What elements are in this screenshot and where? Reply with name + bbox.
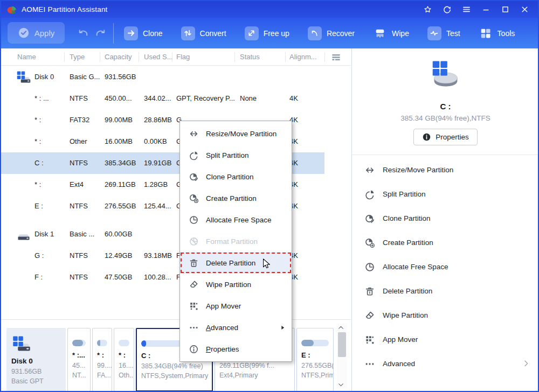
menu-item-delete-partition[interactable]: Delete Partition <box>180 252 292 274</box>
refresh-icon[interactable] <box>443 5 452 14</box>
toolbar-button-recover[interactable]: Recover <box>308 26 355 40</box>
hamburger-menu-icon[interactable] <box>462 5 471 14</box>
cell-capacity: 450.00... <box>105 94 132 102</box>
column-header-capacity[interactable]: Capacity <box>105 53 132 61</box>
menu-item-resize-move-partition[interactable]: Resize/Move Partition <box>180 123 292 144</box>
disk-card[interactable]: Disk 0931.56GBBasic GPT <box>6 328 66 391</box>
table-row-partition[interactable]: F :NTFS47.50GB100.28...F...4K <box>1 267 350 288</box>
card-size: 931.56GB <box>11 368 61 375</box>
resize-move-icon <box>364 165 375 176</box>
menu-item-wipe-partition[interactable]: Wipe Partition <box>180 274 292 295</box>
action-delete-partition[interactable]: Delete Partition <box>352 279 539 303</box>
toolbar-button-tools[interactable]: Tools <box>479 26 515 40</box>
minimize-icon[interactable] <box>481 5 490 14</box>
close-icon[interactable] <box>520 5 529 14</box>
cell-name: * : ... <box>34 94 49 102</box>
action-create-partition[interactable]: Create Partition <box>352 230 539 255</box>
toolbar-button-label: Tools <box>497 29 515 38</box>
favorite-star-icon[interactable] <box>423 5 432 14</box>
view-options-icon[interactable] <box>331 52 341 62</box>
free-up-icon <box>247 29 256 38</box>
usage-bar <box>119 340 129 346</box>
toolbar-button-clone[interactable]: Clone <box>124 26 163 40</box>
menu-item-create-partition[interactable]: Create Partition <box>180 187 292 209</box>
menu-item-allocate-free-space[interactable]: Allocate Free Space <box>180 209 292 230</box>
menu-item-app-mover[interactable]: App Mover <box>180 295 292 317</box>
cell-name: * : <box>34 116 41 124</box>
scrollbar-thumb[interactable] <box>338 332 346 357</box>
action-label: Wipe Partition <box>383 311 428 319</box>
column-header-status[interactable]: Status <box>240 53 260 61</box>
menu-item-advanced[interactable]: Advanced <box>180 317 292 338</box>
table-row-partition[interactable]: E :NTFS276.55GB125.44...G...4K <box>1 195 350 217</box>
menu-item-split-partition[interactable]: Split Partition <box>180 144 292 166</box>
disk-icon <box>16 227 31 242</box>
cell-type: FAT32 <box>70 116 89 124</box>
action-clone-partition[interactable]: Clone Partition <box>352 206 539 230</box>
partition-card[interactable]: * :16....Oth... <box>114 328 134 391</box>
properties-button[interactable]: Properties <box>413 129 478 145</box>
action-app-mover[interactable]: App Mover <box>352 327 539 352</box>
toolbar-button-convert[interactable]: Convert <box>181 26 226 40</box>
column-header-useds[interactable]: Used S... <box>144 53 172 61</box>
cell-capacity: 60.00GB <box>105 230 132 238</box>
table-row-partition[interactable]: G :NTFS12.49GB93.18MBF...4K <box>1 245 350 267</box>
table-row-partition[interactable]: * :Ext4269.11GB1.28GBG...4K <box>1 174 350 195</box>
partition-card[interactable]: E :276.55GB(99...NTFS,Primary <box>296 328 334 391</box>
split-partition-icon <box>364 189 375 200</box>
scroll-up-arrow-icon[interactable] <box>337 324 347 331</box>
app-mover-icon <box>364 334 375 345</box>
scroll-down-arrow-icon[interactable] <box>337 381 347 388</box>
undo-button[interactable] <box>77 27 89 39</box>
action-label: Resize/Move Partition <box>383 166 453 174</box>
action-advanced[interactable]: Advanced <box>352 352 539 376</box>
redo-button[interactable] <box>94 27 107 39</box>
cell-status: None <box>240 94 257 102</box>
card-type: NTFS,System,Primary <box>141 372 208 380</box>
card-size: 16.... <box>119 362 129 369</box>
table-row-disk[interactable]: Disk 0Basic G...931.56GB <box>1 66 350 88</box>
menu-item-label: Create Partition <box>206 194 257 202</box>
recover-icon <box>310 29 319 38</box>
column-header-alignm[interactable]: Alignm... <box>289 53 317 61</box>
toolbar-separator <box>113 23 114 44</box>
chevron-right-icon <box>522 359 530 368</box>
cell-used: 344.02... <box>144 94 171 102</box>
partition-card[interactable]: * :99....FA... <box>92 328 112 391</box>
card-size: 385.34GB(94% free) <box>141 362 208 370</box>
table-row-partition[interactable]: * : ...NTFS450.00...344.02...GPT, Recove… <box>1 88 350 109</box>
apply-button[interactable]: Apply <box>8 22 65 44</box>
toolbar-button-free-up[interactable]: Free up <box>245 26 289 40</box>
allocate-free-space-icon <box>364 262 375 272</box>
action-wipe-partition[interactable]: Wipe Partition <box>352 303 539 327</box>
column-header-flag[interactable]: Flag <box>176 53 190 61</box>
action-allocate-free-space[interactable]: Allocate Free Space <box>352 255 539 279</box>
column-header-type[interactable]: Type <box>70 53 85 61</box>
menu-item-label: Split Partition <box>206 151 249 159</box>
menu-item-clone-partition[interactable]: Clone Partition <box>180 166 292 187</box>
action-split-partition[interactable]: Split Partition <box>352 182 539 206</box>
cell-used: 93.18MB <box>144 251 172 260</box>
partition-table: Disk 0Basic G...931.56GB* : ...NTFS450.0… <box>1 66 351 288</box>
cell-type: NTFS <box>70 273 88 281</box>
right-panel-divider <box>352 155 539 155</box>
advanced-dots-icon <box>189 323 199 333</box>
table-row-disk[interactable]: Disk 1Basic ...60.00GB <box>1 223 350 245</box>
cell-type: NTFS <box>70 251 88 260</box>
table-row-partition[interactable]: * :Other16.00MB0.00KBG...4K <box>1 131 350 152</box>
drive-summary: C : 385.34 GB(94% free),NTFS Properties <box>352 48 539 145</box>
toolbar-button-wipe[interactable]: Wipe <box>373 26 409 40</box>
toolbar: Apply CloneConvertFree upRecoverWipeTest… <box>1 18 538 48</box>
partition-card[interactable]: * :...45...NT... <box>67 328 91 391</box>
toolbar-button-test[interactable]: Test <box>427 26 460 40</box>
table-row-partition[interactable]: * :FAT3299.00MB28.86MBG...4K <box>1 109 350 131</box>
table-row-partition[interactable]: C :NTFS385.34GB19.91GBG...4K <box>1 152 350 174</box>
action-resize-move-partition[interactable]: Resize/Move Partition <box>352 158 539 182</box>
menu-item-properties[interactable]: Properties <box>180 338 292 360</box>
column-header-name[interactable]: Name <box>17 53 36 61</box>
maximize-icon[interactable] <box>501 5 510 14</box>
card-size: 269.11GB(99% f... <box>219 362 290 369</box>
clone-arrow-icon <box>127 29 136 38</box>
bottom-scrollbar[interactable] <box>337 324 347 388</box>
app-mover-icon <box>189 301 199 311</box>
